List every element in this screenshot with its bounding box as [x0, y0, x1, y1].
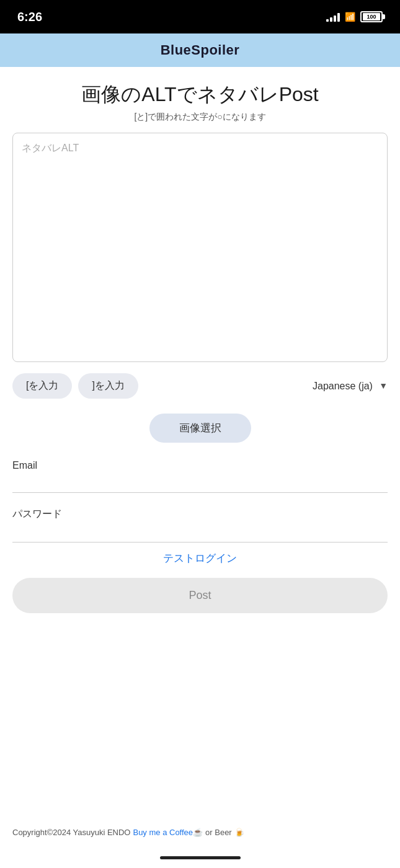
close-bracket-button[interactable]: ]を入力	[78, 373, 138, 399]
signal-icon	[326, 12, 340, 22]
post-button[interactable]: Post	[12, 578, 388, 613]
status-icons: 📶 100	[326, 11, 383, 22]
login-link-row: テストログイン	[12, 551, 388, 565]
image-select-button[interactable]: 画像選択	[149, 414, 251, 443]
wifi-icon: 📶	[345, 12, 355, 22]
image-select-row: 画像選択	[12, 414, 388, 443]
buy-coffee-link[interactable]: Buy me a Coffee☕	[133, 828, 203, 837]
password-input[interactable]	[12, 523, 388, 542]
footer: Copyright©2024 Yasuyuki ENDO Buy me a Co…	[0, 815, 400, 847]
status-time: 6:26	[17, 10, 42, 24]
open-bracket-button[interactable]: [を入力	[12, 373, 72, 399]
test-login-link[interactable]: テストログイン	[163, 552, 237, 564]
page-title: 画像のALTでネタバレPost	[12, 82, 388, 108]
bracket-row: [を入力 ]を入力 Japanese (ja) ▼	[12, 373, 388, 399]
footer-copyright: Copyright©2024 Yasuyuki ENDO	[12, 828, 130, 837]
email-label: Email	[12, 460, 388, 471]
main-content: 画像のALTでネタバレPost [と]で囲われた文字が○になります [を入力 ]…	[0, 67, 400, 815]
app-title: BlueSpoiler	[161, 42, 240, 58]
email-field-container: Email	[12, 460, 388, 493]
footer-or: or Beer	[205, 828, 232, 837]
home-indicator	[160, 856, 241, 859]
language-selector-wrapper: Japanese (ja) ▼	[313, 381, 388, 391]
password-label: パスワード	[12, 508, 388, 521]
alt-text-input[interactable]	[12, 133, 388, 362]
status-bar: 6:26 📶 100	[0, 0, 400, 33]
page-subtitle: [と]で囲われた文字が○になります	[12, 112, 388, 123]
email-input[interactable]	[12, 474, 388, 493]
password-field-container: パスワード	[12, 508, 388, 542]
battery-icon: 100	[360, 11, 383, 22]
language-select[interactable]: Japanese (ja)	[313, 381, 388, 391]
app-header: BlueSpoiler	[0, 33, 400, 67]
home-indicator-bar	[0, 847, 400, 868]
buy-beer-link[interactable]: 🍺	[234, 828, 244, 837]
